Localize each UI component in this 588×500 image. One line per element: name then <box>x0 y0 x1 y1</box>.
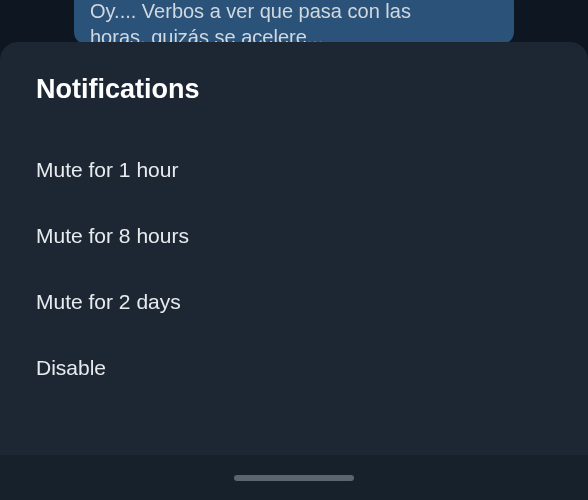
menu-item-label: Mute for 1 hour <box>36 158 178 181</box>
menu-list: Mute for 1 hour Mute for 8 hours Mute fo… <box>36 137 552 401</box>
menu-item-label: Disable <box>36 356 106 379</box>
mute-1-hour-option[interactable]: Mute for 1 hour <box>36 137 552 203</box>
mute-2-days-option[interactable]: Mute for 2 days <box>36 269 552 335</box>
navigation-bar <box>0 455 588 500</box>
menu-item-label: Mute for 8 hours <box>36 224 189 247</box>
notifications-bottom-sheet: Notifications Mute for 1 hour Mute for 8… <box>0 42 588 455</box>
disable-option[interactable]: Disable <box>36 335 552 401</box>
sheet-title: Notifications <box>36 74 552 105</box>
nav-handle[interactable] <box>234 475 354 481</box>
mute-8-hours-option[interactable]: Mute for 8 hours <box>36 203 552 269</box>
menu-item-label: Mute for 2 days <box>36 290 181 313</box>
chat-message-line1: Oy.... Verbos a ver que pasa con las <box>90 0 411 22</box>
chat-message-bubble: Oy.... Verbos a ver que pasa con las hor… <box>74 0 514 44</box>
